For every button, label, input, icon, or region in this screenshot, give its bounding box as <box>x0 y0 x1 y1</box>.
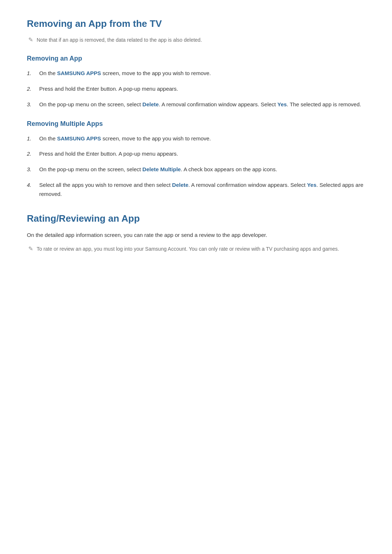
list-item-text: Select all the apps you wish to remove a… <box>39 181 365 199</box>
pencil-icon: ✎ <box>28 245 33 252</box>
delete-highlight: Delete <box>172 182 188 188</box>
list-item-text: On the SAMSUNG APPS screen, move to the … <box>39 134 211 143</box>
list-num: 2. <box>27 85 35 94</box>
rating-note-block: ✎ To rate or review an app, you must log… <box>28 245 365 253</box>
page-content: Removing an App from the TV ✎ Note that … <box>27 18 365 253</box>
list-num: 4. <box>27 181 35 190</box>
pencil-icon: ✎ <box>28 36 33 43</box>
removing-app-subtitle: Removing an App <box>27 55 365 62</box>
list-item-text: On the pop-up menu on the screen, select… <box>39 100 361 109</box>
list-item-text: On the pop-up menu on the screen, select… <box>39 165 277 174</box>
list-item: 3. On the pop-up menu on the screen, sel… <box>27 100 365 109</box>
list-num: 3. <box>27 100 35 109</box>
list-num: 1. <box>27 69 35 78</box>
removing-app-subsection: Removing an App 1. On the SAMSUNG APPS s… <box>27 55 365 109</box>
rating-intro-text: On the detailed app information screen, … <box>27 231 365 240</box>
list-num: 2. <box>27 149 35 159</box>
list-item-text: On the SAMSUNG APPS screen, move to the … <box>39 69 211 78</box>
rating-section: Rating/Reviewing an App On the detailed … <box>27 213 365 253</box>
delete-highlight: Delete <box>142 101 159 107</box>
list-item: 4. Select all the apps you wish to remov… <box>27 181 365 199</box>
list-item: 1. On the SAMSUNG APPS screen, move to t… <box>27 69 365 78</box>
samsung-apps-highlight: SAMSUNG APPS <box>57 70 101 76</box>
removing-multiple-subsection: Removing Multiple Apps 1. On the SAMSUNG… <box>27 120 365 199</box>
removing-app-list: 1. On the SAMSUNG APPS screen, move to t… <box>27 69 365 109</box>
list-item: 2. Press and hold the Enter button. A po… <box>27 85 365 94</box>
removing-note-block: ✎ Note that if an app is removed, the da… <box>28 36 365 44</box>
rating-section-title: Rating/Reviewing an App <box>27 213 365 224</box>
removing-section: Removing an App from the TV ✎ Note that … <box>27 18 365 198</box>
removing-multiple-subtitle: Removing Multiple Apps <box>27 120 365 128</box>
list-item: 1. On the SAMSUNG APPS screen, move to t… <box>27 134 365 143</box>
list-item-text: Press and hold the Enter button. A pop-u… <box>39 85 178 94</box>
delete-multiple-highlight: Delete Multiple <box>142 166 181 172</box>
removing-section-title: Removing an App from the TV <box>27 18 365 29</box>
yes-highlight: Yes <box>307 182 317 188</box>
samsung-apps-highlight: SAMSUNG APPS <box>57 135 101 141</box>
list-item: 2. Press and hold the Enter button. A po… <box>27 149 365 159</box>
yes-highlight: Yes <box>277 101 287 107</box>
rating-note-text: To rate or review an app, you must log i… <box>37 245 339 253</box>
removing-note-text: Note that if an app is removed, the data… <box>37 36 202 44</box>
removing-multiple-list: 1. On the SAMSUNG APPS screen, move to t… <box>27 134 365 199</box>
list-num: 1. <box>27 134 35 143</box>
list-item: 3. On the pop-up menu on the screen, sel… <box>27 165 365 174</box>
list-num: 3. <box>27 165 35 174</box>
list-item-text: Press and hold the Enter button. A pop-u… <box>39 149 178 159</box>
